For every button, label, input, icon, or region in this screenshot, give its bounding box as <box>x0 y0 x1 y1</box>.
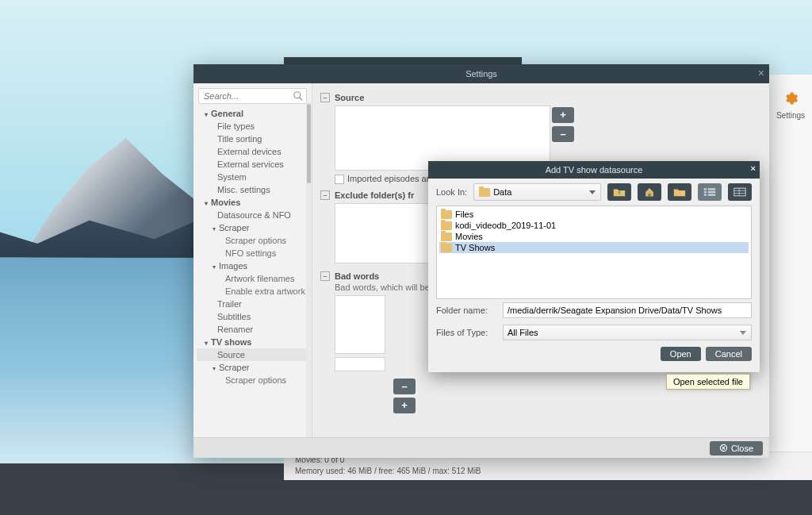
open-button[interactable]: Open <box>661 347 701 361</box>
tree-tv-scraper[interactable]: Scraper <box>197 361 312 374</box>
tree-movies-scraper[interactable]: Scraper <box>197 221 312 234</box>
cancel-button[interactable]: Cancel <box>706 347 752 361</box>
svg-rect-6 <box>708 188 716 190</box>
add-source-button[interactable]: + <box>552 107 574 123</box>
remove-badword-button[interactable]: – <box>393 379 416 394</box>
collapse-icon[interactable]: – <box>320 93 330 102</box>
svg-rect-9 <box>734 188 745 196</box>
badword-input[interactable] <box>335 357 385 371</box>
search-input[interactable] <box>198 88 307 104</box>
scrollbar-thumb[interactable] <box>307 107 311 183</box>
tree-tv-source[interactable]: Source <box>197 348 312 361</box>
tree-tv-scraper-options[interactable]: Scraper options <box>197 374 312 386</box>
files-of-type-select[interactable]: All Files <box>503 325 752 340</box>
file-entry[interactable]: Files <box>439 209 749 220</box>
tree-images[interactable]: Images <box>197 259 312 272</box>
close-icon[interactable]: × <box>758 67 764 79</box>
search-icon[interactable] <box>293 90 304 102</box>
home-button[interactable] <box>638 183 661 201</box>
tree-enable-extra-artwork[interactable]: Enable extra artwork <box>197 285 312 298</box>
svg-rect-5 <box>704 194 707 195</box>
collapse-icon[interactable]: – <box>320 190 330 200</box>
tree-renamer[interactable]: Renamer <box>197 323 312 336</box>
file-dialog: Add TV show datasource × Look In: Data F… <box>428 161 760 372</box>
right-tabbar: Settings <box>769 75 812 478</box>
file-entry[interactable]: kodi_videodb_2019-11-01 <box>439 220 749 231</box>
right-tab-settings[interactable]: Settings <box>769 111 812 120</box>
file-entry[interactable]: Movies <box>439 231 749 242</box>
tree-artwork-filenames[interactable]: Artwork filenames <box>197 272 312 285</box>
tree-subtitles[interactable]: Subtitles <box>197 310 312 323</box>
tree-movies[interactable]: Movies <box>197 196 312 209</box>
gear-icon[interactable] <box>769 90 812 106</box>
tree-trailer[interactable]: Trailer <box>197 298 312 310</box>
settings-titlebar[interactable]: Settings × <box>193 64 769 83</box>
status-memory: Memory used: 46 MiB / free: 465 MiB / ma… <box>295 466 801 477</box>
imported-label: Imported episodes ar <box>347 174 429 183</box>
chevron-down-icon <box>740 331 746 335</box>
folder-name-input[interactable] <box>503 302 752 318</box>
file-dialog-title: Add TV show datasource <box>546 165 643 175</box>
svg-rect-7 <box>708 191 716 193</box>
tooltip: Open selected file <box>666 374 750 390</box>
folder-icon <box>441 210 452 219</box>
up-folder-button[interactable] <box>607 183 631 201</box>
close-button[interactable]: Close <box>710 441 763 455</box>
tree-external-services[interactable]: External services <box>197 158 312 171</box>
imported-checkbox[interactable] <box>335 175 344 184</box>
tree-tvshows[interactable]: TV shows <box>197 336 312 348</box>
tree-nfo-settings[interactable]: NFO settings <box>197 247 312 259</box>
new-folder-button[interactable] <box>668 183 691 201</box>
settings-sidebar: General File types Title sorting Externa… <box>193 83 312 437</box>
file-dialog-titlebar[interactable]: Add TV show datasource × <box>428 161 760 179</box>
lookin-combo[interactable]: Data <box>473 183 601 201</box>
close-icon[interactable]: × <box>751 163 756 173</box>
add-badword-button[interactable]: + <box>393 398 416 413</box>
section-source: –Source <box>320 93 761 102</box>
folder-name-label: Folder name: <box>436 306 496 315</box>
list-view-button[interactable] <box>698 183 722 201</box>
tree-misc[interactable]: Misc. settings <box>197 183 312 196</box>
svg-line-1 <box>300 98 303 101</box>
tree-general[interactable]: General <box>197 107 312 120</box>
tree-file-types[interactable]: File types <box>197 120 312 133</box>
tree-datasource-nfo[interactable]: Datasource & NFO <box>197 209 312 221</box>
details-view-button[interactable] <box>728 183 752 201</box>
chevron-down-icon <box>589 190 596 194</box>
folder-icon <box>479 188 490 197</box>
tree-external-devices[interactable]: External devices <box>197 145 312 158</box>
collapse-icon[interactable]: – <box>320 271 330 281</box>
folder-icon <box>441 244 452 252</box>
settings-tree: General File types Title sorting Externa… <box>197 107 312 386</box>
svg-point-0 <box>294 92 301 98</box>
lookin-label: Look In: <box>436 187 467 197</box>
files-of-type-label: Files of Type: <box>436 328 496 337</box>
svg-rect-3 <box>704 188 707 190</box>
folder-icon <box>441 221 452 230</box>
file-entry-selected[interactable]: TV Shows <box>439 242 749 253</box>
svg-rect-4 <box>704 191 707 193</box>
settings-title: Settings <box>465 69 497 79</box>
tree-title-sorting[interactable]: Title sorting <box>197 133 312 145</box>
tree-scraper-options[interactable]: Scraper options <box>197 234 312 247</box>
file-list[interactable]: Files kodi_videodb_2019-11-01 Movies TV … <box>436 206 752 299</box>
remove-source-button[interactable]: – <box>552 126 574 142</box>
tree-system[interactable]: System <box>197 171 312 183</box>
badwords-list[interactable] <box>335 295 385 354</box>
svg-rect-8 <box>708 194 716 195</box>
folder-icon <box>441 233 452 241</box>
